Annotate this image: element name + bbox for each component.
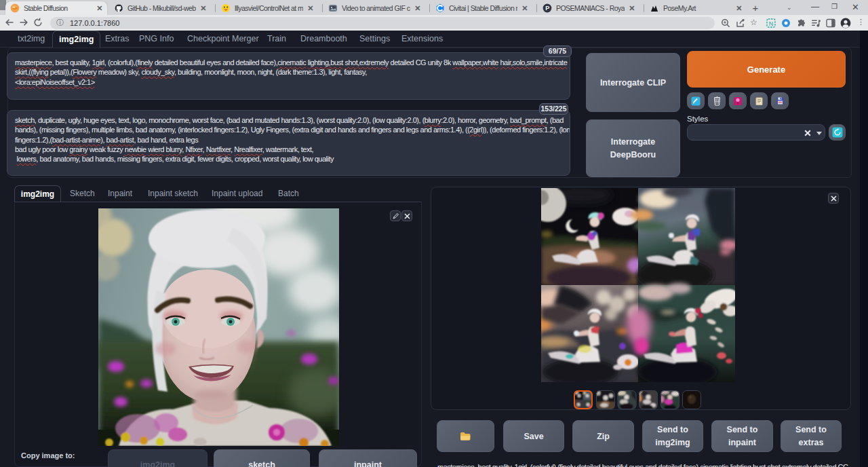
svg-text:N: N xyxy=(769,20,774,27)
svg-text:P: P xyxy=(545,5,549,12)
